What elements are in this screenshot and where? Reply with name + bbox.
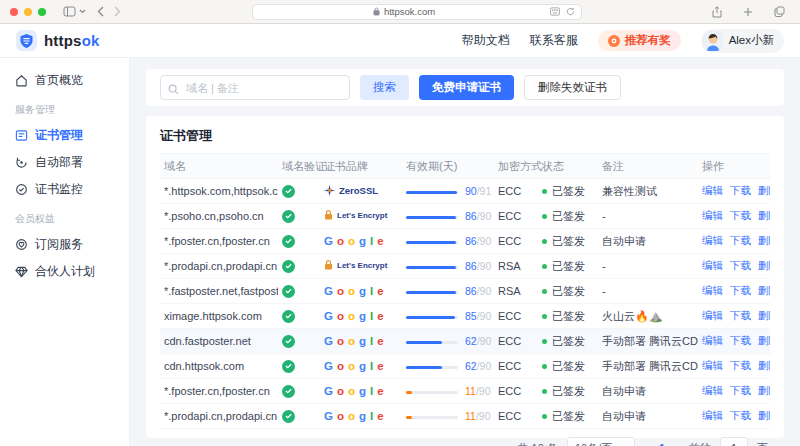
download-link[interactable]: 下载 [730, 209, 751, 221]
download-link[interactable]: 下载 [730, 384, 751, 396]
edit-link[interactable]: 编辑 [702, 209, 723, 221]
domain-verified-icon [282, 285, 295, 298]
apply-certificate-button[interactable]: 免费申请证书 [419, 75, 514, 100]
zoom-window-button[interactable] [38, 8, 46, 16]
google-logo: Google [324, 335, 384, 347]
chevron-down-icon[interactable] [79, 9, 86, 14]
table-row: *.fposter.cn,fposter.cnGoogle11/90ECC已签发… [160, 379, 770, 404]
edit-link[interactable]: 编辑 [702, 409, 723, 421]
domain-cell: *.psoho.cn,psoho.cn [164, 210, 264, 222]
download-link[interactable]: 下载 [730, 284, 751, 296]
share-icon[interactable] [712, 6, 722, 18]
nav-contact-support[interactable]: 联系客服 [530, 32, 578, 49]
forward-button[interactable] [114, 6, 121, 17]
edit-link[interactable]: 编辑 [702, 309, 723, 321]
delete-link[interactable]: 删除 [758, 359, 770, 371]
goto-page-input[interactable] [720, 437, 748, 446]
reload-icon[interactable] [566, 7, 575, 16]
edit-link[interactable]: 编辑 [702, 284, 723, 296]
status-label: 已签发 [552, 285, 585, 297]
domain-verified-icon [282, 410, 295, 423]
prev-page-button[interactable]: ‹ [644, 441, 648, 446]
translate-icon[interactable] [550, 7, 560, 16]
avatar [703, 31, 723, 51]
download-link[interactable]: 下载 [730, 359, 751, 371]
referral-reward-badge[interactable]: 推荐有奖 [598, 30, 681, 51]
edit-link[interactable]: 编辑 [702, 184, 723, 196]
column-header: 证书品牌 [320, 154, 402, 179]
sidebar-item-label: 订阅服务 [35, 236, 83, 253]
table-row: cdn.fastposter.netGoogle62/90ECC已签发手动部署 … [160, 329, 770, 354]
edit-link[interactable]: 编辑 [702, 334, 723, 346]
delete-link[interactable]: 删除 [758, 209, 770, 221]
google-logo: Google [324, 385, 384, 397]
download-link[interactable]: 下载 [730, 334, 751, 346]
encryption-method: ECC [498, 210, 521, 222]
edit-link[interactable]: 编辑 [702, 234, 723, 246]
user-menu[interactable]: Alex小新 [701, 29, 784, 53]
app-logo[interactable]: httpsok [16, 30, 100, 51]
remark-cell: 自动申请 [602, 235, 646, 247]
encryption-method: RSA [498, 285, 521, 297]
edit-link[interactable]: 编辑 [702, 359, 723, 371]
delete-link[interactable]: 删除 [758, 284, 770, 296]
delete-link[interactable]: 删除 [758, 259, 770, 271]
back-button[interactable] [97, 6, 104, 17]
download-link[interactable]: 下载 [730, 409, 751, 421]
minimize-window-button[interactable] [24, 8, 32, 16]
close-window-button[interactable] [10, 8, 18, 16]
delete-link[interactable]: 删除 [758, 184, 770, 196]
delete-link[interactable]: 删除 [758, 384, 770, 396]
table-row: *.fposter.cn,fposter.cnGoogle86/90ECC已签发… [160, 229, 770, 254]
address-bar[interactable]: httpsok.com [252, 4, 582, 20]
sidebar-item-overview[interactable]: 首页概览 [0, 67, 129, 94]
status-label: 已签发 [552, 410, 585, 422]
search-button[interactable]: 搜索 [360, 75, 409, 100]
download-link[interactable]: 下载 [730, 259, 751, 271]
validity-days: 86/90 [465, 285, 491, 297]
sidebar-item-subscribe[interactable]: 订阅服务 [0, 231, 129, 258]
sidebar-item-monitor[interactable]: 证书监控 [0, 176, 129, 203]
domain-verified-icon [282, 185, 295, 198]
validity-days: 62/90 [465, 335, 491, 347]
table-row: ximage.httpsok.comGoogle85/90ECC已签发火山云🔥⛰… [160, 304, 770, 329]
domain-verified-icon [282, 335, 295, 348]
delete-link[interactable]: 删除 [758, 409, 770, 421]
remark-cell: - [602, 260, 606, 272]
address-bar-url: httpsok.com [384, 6, 435, 17]
download-link[interactable]: 下载 [730, 309, 751, 321]
domain-verified-icon [282, 210, 295, 223]
sidebar-item-deploy[interactable]: 自动部署 [0, 149, 129, 176]
domain-verified-icon [282, 235, 295, 248]
sidebar-item-certificates[interactable]: 证书管理 [0, 122, 129, 149]
delete-link[interactable]: 删除 [758, 309, 770, 321]
page-size-select[interactable]: 10条/页 [567, 437, 635, 446]
lock-icon [373, 7, 380, 16]
sidebar-toggle-icon[interactable] [63, 6, 76, 17]
edit-link[interactable]: 编辑 [702, 259, 723, 271]
next-page-button[interactable]: › [676, 441, 680, 446]
sidebar-item-partner[interactable]: 合伙人计划 [0, 258, 129, 285]
delete-link[interactable]: 删除 [758, 234, 770, 246]
domain-cell: *.httpsok.com,httpsok.com [164, 185, 278, 197]
column-header: 域名验证 [278, 154, 320, 179]
encryption-method: ECC [498, 410, 521, 422]
edit-link[interactable]: 编辑 [702, 384, 723, 396]
browser-chrome: httpsok.com [0, 0, 800, 24]
table-row: cdn.httpsok.comGoogle62/90ECC已签发手动部署 腾讯云… [160, 354, 770, 379]
delete-link[interactable]: 删除 [758, 334, 770, 346]
sidebar-item-label: 合伙人计划 [35, 263, 95, 280]
search-icon [168, 81, 179, 99]
current-page[interactable]: 1 [657, 442, 667, 446]
nav-help-docs[interactable]: 帮助文档 [462, 32, 510, 49]
download-link[interactable]: 下载 [730, 184, 751, 196]
download-link[interactable]: 下载 [730, 234, 751, 246]
validity-days: 11/90 [465, 410, 491, 422]
new-tab-icon[interactable] [743, 6, 753, 18]
brand-name: httpsok [44, 32, 100, 49]
app-header: httpsok 帮助文档 联系客服 推荐有奖 Alex小新 [0, 24, 800, 58]
delete-expired-button[interactable]: 删除失效证书 [524, 75, 621, 100]
status-dot [542, 264, 547, 269]
tab-overview-icon[interactable] [774, 6, 785, 18]
search-input[interactable] [160, 75, 350, 100]
